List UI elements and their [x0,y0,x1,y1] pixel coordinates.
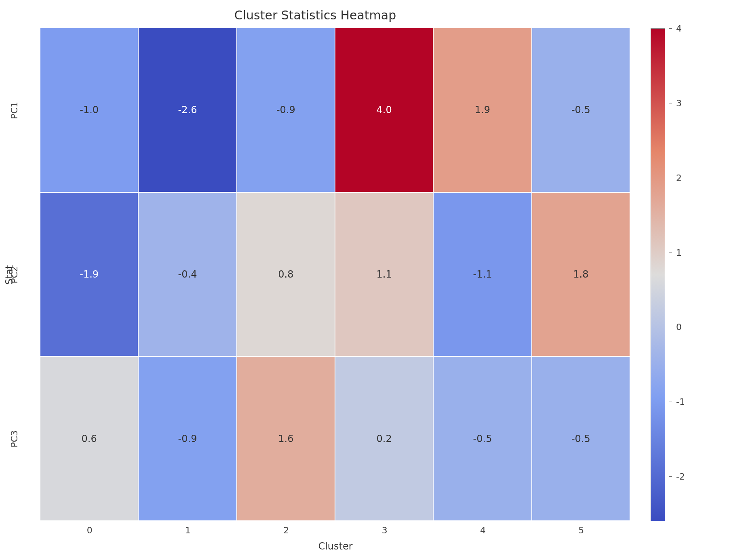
heatmap-cell: -1.0 [40,28,139,193]
colorbar-tick: 2 [669,173,682,183]
cluster-statistics-heatmap: Cluster Statistics Heatmap -1.0-2.6-0.94… [0,0,729,560]
colorbar-tick: 4 [669,23,682,34]
heatmap-cell: -1.1 [434,193,532,357]
heatmap-plot-area: -1.0-2.6-0.94.01.9-0.5-1.9-0.40.81.1-1.1… [40,28,630,521]
heatmap-cell: -0.4 [139,193,237,357]
heatmap-cell: -0.5 [434,357,532,521]
heatmap-cell: 0.8 [237,193,335,357]
x-tick-label: 4 [434,525,532,537]
colorbar-tick: 3 [669,98,682,108]
y-axis-tick-labels: PC1PC2PC3 [0,28,28,521]
colorbar-tick-labels: -2-101234 [669,28,717,521]
x-tick-label: 2 [237,525,335,537]
x-tick-label: 3 [335,525,434,537]
heatmap-cell: -0.9 [139,357,237,521]
y-tick-label: PC2 [0,193,28,357]
heatmap-cell: 1.1 [335,193,434,357]
heatmap-cell: 1.6 [237,357,335,521]
heatmap-cell: 1.8 [532,193,630,357]
heatmap-cell: 0.2 [335,357,434,521]
heatmap-cell: -2.6 [139,28,237,193]
x-tick-label: 0 [40,525,139,537]
heatmap-cell: 4.0 [335,28,434,193]
colorbar-tick: -1 [669,397,685,407]
heatmap-grid: -1.0-2.6-0.94.01.9-0.5-1.9-0.40.81.1-1.1… [40,28,630,521]
heatmap-cell: -0.5 [532,28,630,193]
x-tick-label: 5 [532,525,630,537]
x-axis-title: Cluster [40,541,630,552]
x-tick-label: 1 [139,525,237,537]
colorbar-gradient [651,28,665,521]
x-axis-tick-labels: 012345 [40,525,630,537]
chart-title: Cluster Statistics Heatmap [0,8,630,22]
y-tick-label: PC3 [0,357,28,521]
colorbar [651,28,665,521]
colorbar-tick: 0 [669,322,682,332]
heatmap-cell: -1.9 [40,193,139,357]
heatmap-cell: -0.9 [237,28,335,193]
y-tick-label: PC1 [0,28,28,193]
heatmap-cell: -0.5 [532,357,630,521]
colorbar-tick: -2 [669,472,685,482]
heatmap-cell: 0.6 [40,357,139,521]
colorbar-tick: 1 [669,248,682,258]
heatmap-cell: 1.9 [434,28,532,193]
